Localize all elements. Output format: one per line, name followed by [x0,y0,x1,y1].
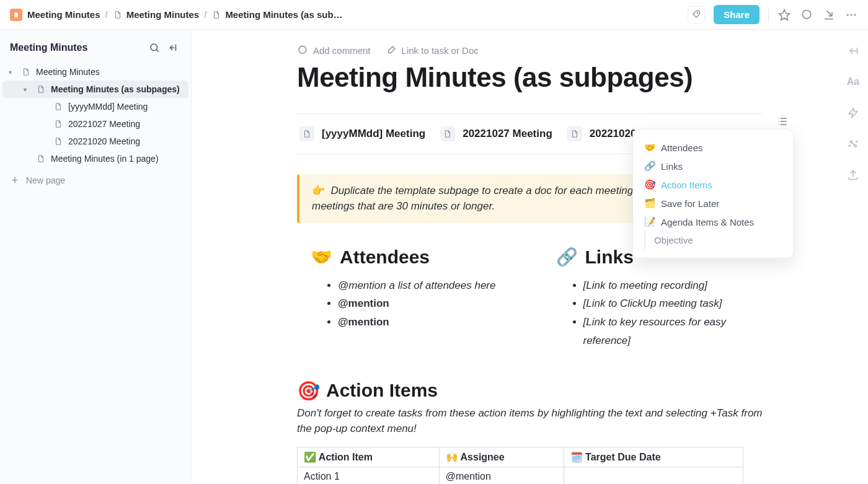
document-icon [53,119,63,129]
tree-item-template[interactable]: [yyyyMMdd] Meeting [2,98,188,115]
document-icon [36,84,46,94]
typography-button[interactable]: Aa [846,74,861,89]
plus-icon: + [10,175,20,186]
list-item[interactable]: [Link to ClickUp meeting task] [583,294,763,313]
subpage-label: 20221027 Meeting [463,128,552,140]
divider [768,8,769,22]
list-item[interactable]: [Link to key resources for easy referenc… [583,313,763,350]
links-section[interactable]: 🔗Links [Link to meeting recording] [Link… [542,247,763,350]
link-task-button[interactable]: Link to task or Doc [386,45,479,56]
ai-sparkle-icon[interactable] [846,105,861,120]
tree-item-label: Meeting Minutes (as subpages) [51,84,180,94]
add-comment-label: Add comment [313,45,371,56]
table-row[interactable]: Action 1 @mention [298,467,743,484]
toc-item-objective[interactable]: Objective [645,231,788,249]
links-list: [Link to meeting recording] [Link to Cli… [556,276,763,350]
topbar: Meeting Minutes / Meeting Minutes / Meet… [0,0,868,30]
table-header[interactable]: 🗓️ Target Due Date [564,447,743,467]
inbox-icon: 🗂️ [644,198,656,209]
document-icon [21,67,31,77]
breadcrumb-root[interactable]: Meeting Minutes [27,9,100,20]
table-cell[interactable]: @mention [439,467,564,484]
action-items-subtext: Don't forget to create tasks from these … [297,405,763,437]
breadcrumb-current[interactable]: Meeting Minutes (as sub… [211,9,342,20]
table-cell[interactable]: Action 1 [298,467,440,484]
link-icon: 🔗 [644,161,656,172]
action-items-section[interactable]: 🎯Action Items Don't forget to create tas… [297,380,763,484]
tree-item-root[interactable]: ▾ Meeting Minutes [2,63,188,81]
new-page-button[interactable]: + New page [0,169,191,192]
table-header[interactable]: 🙌 Assignee [439,447,564,467]
action-items-table[interactable]: ✅ Action Item 🙌 Assignee 🗓️ Target Due D… [297,447,743,484]
document-icon [567,126,582,141]
list-item[interactable]: @mention [338,294,518,313]
search-icon[interactable] [148,41,161,55]
toc-panel: 🤝Attendees 🔗Links 🎯Action Items 🗂️Save f… [632,129,794,258]
document-icon [36,154,46,164]
link-task-label: Link to task or Doc [402,45,479,56]
tree-item-meeting-20221020[interactable]: 20221020 Meeting [2,133,188,150]
table-header[interactable]: ✅ Action Item [298,447,440,467]
share-button[interactable]: Share [714,5,760,24]
table-cell[interactable] [564,467,743,484]
document-icon [211,10,221,20]
chevron-down-icon[interactable]: ▾ [9,69,16,76]
tree-item-meeting-20221027[interactable]: 20221027 Meeting [2,115,188,133]
tags-button[interactable] [688,6,705,24]
action-items-heading: Action Items [326,380,438,401]
tree-item-label: Meeting Minutes [36,67,100,77]
more-menu-icon[interactable] [844,8,858,22]
toc-item-save-for-later[interactable]: 🗂️Save for Later [638,194,788,213]
export-icon[interactable] [846,167,861,182]
svg-point-0 [698,12,698,13]
document-icon [440,126,455,141]
tree-item-single-page[interactable]: Meeting Minutes (in 1 page) [2,150,188,167]
toc-item-action-items[interactable]: 🎯Action Items [638,175,788,194]
handshake-icon: 🤝 [311,247,332,267]
svg-point-2 [802,10,810,18]
list-item[interactable]: [Link to meeting recording] [583,276,763,295]
document-icon [113,10,123,20]
attendees-heading: Attendees [340,247,430,268]
download-icon[interactable] [822,8,836,22]
links-heading: Links [585,247,634,268]
add-comment-button[interactable]: Add comment [297,45,371,56]
svg-point-4 [851,14,852,15]
collapse-sidebar-icon[interactable] [166,41,180,55]
document-icon [299,126,314,141]
document-icon [53,102,63,112]
svg-point-3 [847,14,849,15]
favorite-star-icon[interactable] [777,8,791,22]
subpage-chip[interactable]: [yyyyMMdd] Meeting [297,125,428,143]
link-icon: 🔗 [556,247,578,267]
target-icon: 🎯 [644,179,656,190]
tree-item-label: 20221027 Meeting [68,119,140,129]
breadcrumb-separator: / [203,9,208,20]
page-title[interactable]: Meeting Minutes (as subpages) [297,62,763,94]
subpage-chip[interactable]: 20221027 Meeting [438,125,555,143]
svg-point-6 [151,44,157,51]
toc-item-attendees[interactable]: 🤝Attendees [638,138,788,157]
new-page-label: New page [26,175,65,185]
toc-item-agenda[interactable]: 📝Agenda Items & Notes [638,213,788,231]
toc-toggle-icon[interactable] [774,113,791,130]
attendees-section[interactable]: 🤝Attendees @mention a list of attendees … [297,247,518,350]
list-item[interactable]: @mention a list of attendees here [338,276,518,295]
chevron-down-icon[interactable]: ▾ [24,86,31,93]
sidebar: Meeting Minutes ▾ Meeting Minutes ▾ Meet… [0,30,192,484]
automation-icon[interactable] [846,136,861,151]
expand-icon[interactable] [846,43,861,58]
editor-area: Add comment Link to task or Doc Meeting … [192,30,868,484]
tree-item-label: Meeting Minutes (in 1 page) [51,154,159,164]
memo-icon: 📝 [644,216,656,227]
document-icon [53,136,63,146]
handshake-icon: 🤝 [644,142,656,153]
tree-item-subpages[interactable]: ▾ Meeting Minutes (as subpages) [2,81,188,98]
breadcrumb-separator: / [104,9,109,20]
page-tree: ▾ Meeting Minutes ▾ Meeting Minutes (as … [0,63,191,167]
toc-item-links[interactable]: 🔗Links [638,157,788,175]
list-item[interactable]: @mention [338,313,518,332]
attendees-list: @mention a list of attendees here @menti… [311,276,518,332]
comments-icon[interactable] [800,8,813,22]
breadcrumb-mid[interactable]: Meeting Minutes [113,9,200,20]
